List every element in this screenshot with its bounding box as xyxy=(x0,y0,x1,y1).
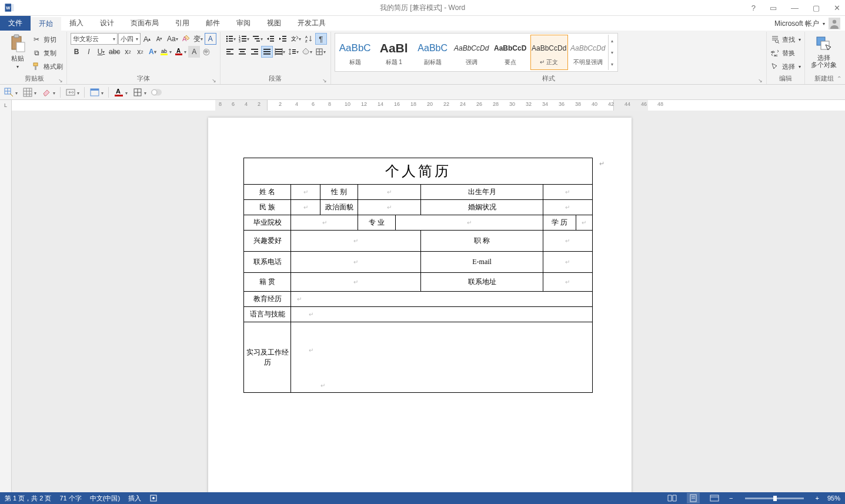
label-skills[interactable]: 语言与技能 xyxy=(244,307,291,322)
tab-layout[interactable]: 页面布局 xyxy=(122,16,167,31)
align-left-button[interactable] xyxy=(224,46,236,58)
italic-button[interactable]: I xyxy=(83,46,95,58)
label-degree[interactable]: 学 历 xyxy=(543,215,576,231)
ruler-tab-selector[interactable]: L xyxy=(0,100,12,111)
ribbon-display-options-icon[interactable]: ▭ xyxy=(766,2,780,14)
label-major[interactable]: 专 业 xyxy=(358,215,396,231)
font-size-combo[interactable]: 小四 xyxy=(118,33,141,45)
cell-hobby[interactable]: ↵ xyxy=(291,231,421,252)
cell-jobtitle[interactable]: ↵ xyxy=(543,231,592,252)
format-painter-button[interactable]: 格式刷 xyxy=(32,60,63,73)
label-gender[interactable]: 性 别 xyxy=(320,185,358,200)
align-justify-button[interactable] xyxy=(261,46,273,58)
label-address[interactable]: 联系地址 xyxy=(421,273,543,292)
font-color2-button[interactable]: A xyxy=(113,87,128,98)
style-strong[interactable]: AaBbCcD要点 xyxy=(492,35,529,70)
resume-table[interactable]: 个人简历 姓 名 ↵ 性 别 ↵ 出生年月 ↵ 民 族 ↵ 政治面貌 ↵ 婚姻状… xyxy=(243,158,593,393)
zoom-slider[interactable] xyxy=(745,498,804,499)
select-button[interactable]: 选择▾ xyxy=(770,60,801,73)
numbering-button[interactable]: 123 xyxy=(238,33,251,45)
cell-phone[interactable]: ↵ xyxy=(291,252,421,273)
cut-button[interactable]: ✂剪切 xyxy=(32,33,63,46)
label-phone[interactable]: 联系电话 xyxy=(244,252,291,273)
borders2-button[interactable] xyxy=(132,87,146,98)
borders-button[interactable] xyxy=(314,46,327,58)
tab-design[interactable]: 设计 xyxy=(92,16,122,31)
cell-address[interactable]: ↵ xyxy=(543,273,592,292)
align-center-button[interactable] xyxy=(236,46,248,58)
document-area[interactable]: 个人简历 姓 名 ↵ 性 别 ↵ 出生年月 ↵ 民 族 ↵ 政治面貌 ↵ 婚姻状… xyxy=(0,111,845,492)
tab-developer[interactable]: 开发工具 xyxy=(289,16,334,31)
shrink-font-button[interactable]: A▾ xyxy=(153,33,165,45)
style-subtitle[interactable]: AaBbC副标题 xyxy=(414,35,452,70)
tab-mailings[interactable]: 邮件 xyxy=(198,16,228,31)
zoom-level[interactable]: 95% xyxy=(827,495,840,502)
copy-button[interactable]: ⧉复制 xyxy=(32,46,63,59)
strikethrough-button[interactable]: abc xyxy=(108,46,121,58)
label-politics[interactable]: 政治面貌 xyxy=(320,200,358,215)
text-effects-button[interactable]: A xyxy=(146,46,158,58)
style-normal[interactable]: AaBbCcDd↵ 正文 xyxy=(530,35,568,70)
tab-view[interactable]: 视图 xyxy=(259,16,289,31)
draw-table-button[interactable] xyxy=(4,87,18,98)
label-birth[interactable]: 出生年月 xyxy=(421,185,543,200)
superscript-button[interactable]: x2 xyxy=(134,46,146,58)
multilevel-button[interactable] xyxy=(251,33,264,45)
merge-cells-button[interactable] xyxy=(65,87,79,98)
font-dialog-launcher[interactable]: ↘ xyxy=(212,78,216,84)
decrease-indent-button[interactable] xyxy=(265,33,276,45)
clear-format-button[interactable]: A xyxy=(180,33,192,45)
show-marks-button[interactable]: ¶ xyxy=(315,33,327,45)
asian-layout-button[interactable]: 文 xyxy=(289,33,302,45)
label-jobtitle[interactable]: 职 称 xyxy=(421,231,543,252)
cell-school[interactable]: ↵ xyxy=(291,215,358,231)
styles-gallery-more[interactable]: ▴▾▾ xyxy=(608,35,616,70)
status-page[interactable]: 第 1 页，共 2 页 xyxy=(5,494,51,503)
resume-title-cell[interactable]: 个人简历 xyxy=(244,158,593,185)
horizontal-ruler[interactable]: 8642246810121416182022242628303234363840… xyxy=(12,100,845,111)
table-style-button[interactable] xyxy=(89,87,103,98)
cell-email[interactable]: ↵ xyxy=(543,252,592,273)
print-layout-button[interactable] xyxy=(687,493,700,503)
cell-ethnic[interactable]: ↵ xyxy=(291,200,320,215)
status-mode[interactable]: 插入 xyxy=(128,494,141,503)
cell-politics[interactable]: ↵ xyxy=(358,200,421,215)
label-school[interactable]: 毕业院校 xyxy=(244,215,291,231)
zoom-out-button[interactable]: − xyxy=(729,495,733,502)
label-email[interactable]: E-mail xyxy=(421,252,543,273)
cell-experience[interactable]: ↵↵ xyxy=(291,322,593,393)
status-words[interactable]: 71 个字 xyxy=(59,494,81,503)
eraser-button[interactable] xyxy=(41,87,55,98)
subscript-button[interactable]: x2 xyxy=(122,46,133,58)
label-name[interactable]: 姓 名 xyxy=(244,185,291,200)
sort-button[interactable]: AZ xyxy=(303,33,315,45)
style-emphasis[interactable]: AaBbCcDd强调 xyxy=(453,35,490,70)
paragraph-dialog-launcher[interactable]: ↘ xyxy=(322,78,327,84)
line-spacing-button[interactable] xyxy=(287,46,300,58)
label-origin[interactable]: 籍 贯 xyxy=(244,273,291,292)
styles-dialog-launcher[interactable]: ↘ xyxy=(758,78,763,84)
cell-skills[interactable]: ↵ xyxy=(291,307,593,322)
cell-degree[interactable]: ↵ xyxy=(576,215,592,231)
clipboard-dialog-launcher[interactable]: ↘ xyxy=(58,78,63,84)
cell-marital[interactable]: ↵ xyxy=(543,200,592,215)
bullets-button[interactable] xyxy=(224,33,237,45)
label-hobby[interactable]: 兴趣爱好 xyxy=(244,231,291,252)
cell-education[interactable]: ↵ xyxy=(291,292,593,307)
insert-table-button[interactable] xyxy=(22,87,36,98)
status-lang[interactable]: 中文(中国) xyxy=(90,494,120,503)
macro-recording-icon[interactable] xyxy=(149,494,158,502)
find-button[interactable]: 查找▾ xyxy=(770,33,801,46)
web-layout-button[interactable] xyxy=(708,493,721,503)
tab-references[interactable]: 引用 xyxy=(167,16,198,31)
styles-gallery[interactable]: AaBbC标题 AaBl标题 1 AaBbC副标题 AaBbCcDd强调 AaB… xyxy=(335,33,618,72)
label-experience[interactable]: 实习及工作经历 xyxy=(244,322,291,393)
highlight-button[interactable]: ab xyxy=(159,46,173,58)
tab-file[interactable]: 文件 xyxy=(0,16,31,31)
change-case-button[interactable]: Aa xyxy=(166,33,179,45)
cell-gender[interactable]: ↵ xyxy=(358,185,421,200)
grow-font-button[interactable]: A▴ xyxy=(141,33,153,45)
enclose-char-button[interactable]: ㊥ xyxy=(201,46,212,58)
bold-button[interactable]: B xyxy=(71,46,82,58)
maximize-icon[interactable]: ▢ xyxy=(809,2,823,14)
